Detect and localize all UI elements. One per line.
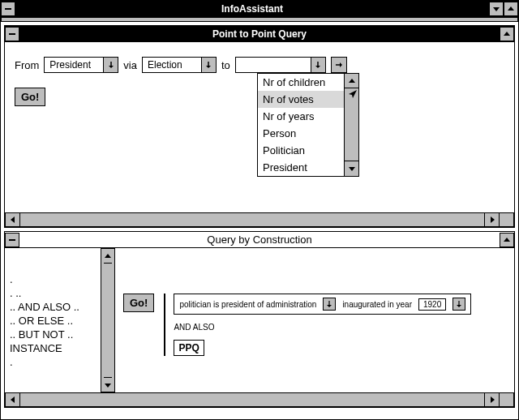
- clause2-dropdown-icon[interactable]: [453, 298, 465, 311]
- qbc-hscroll-left-icon[interactable]: [6, 393, 20, 406]
- svg-marker-6: [109, 66, 114, 68]
- svg-rect-18: [9, 239, 15, 241]
- from-dropdown-icon[interactable]: [103, 58, 118, 72]
- dropdown-item[interactable]: Nr of years: [258, 108, 344, 125]
- svg-marker-19: [504, 238, 510, 242]
- svg-marker-12: [340, 62, 342, 67]
- term-item[interactable]: .: [10, 272, 96, 286]
- qbc-hscroll[interactable]: [5, 392, 514, 407]
- svg-marker-8: [206, 66, 211, 68]
- ptp-window-menu[interactable]: [5, 27, 19, 41]
- svg-marker-13: [349, 79, 355, 83]
- term-item[interactable]: .. AND ALSO ..: [10, 300, 96, 314]
- dropdown-item[interactable]: Politician: [258, 142, 344, 159]
- svg-marker-14: [349, 167, 355, 171]
- to-combo[interactable]: [235, 57, 326, 73]
- hscroll-left-icon[interactable]: [6, 213, 20, 226]
- dropdown-item[interactable]: Nr of children: [258, 74, 344, 91]
- next-arrow-button[interactable]: [331, 57, 347, 73]
- window-menu-button[interactable]: [1, 2, 15, 16]
- app-titlebar: InfoAssistant: [1, 1, 518, 17]
- svg-marker-21: [105, 384, 111, 388]
- term-item[interactable]: . ..: [10, 286, 96, 300]
- via-value: Election: [143, 59, 201, 71]
- maximize-button[interactable]: [504, 2, 518, 16]
- term-item[interactable]: INSTANCE: [10, 341, 96, 355]
- year-value[interactable]: 1920: [418, 298, 446, 311]
- to-label: to: [221, 59, 230, 71]
- dropdown-item[interactable]: Nr of votes: [258, 91, 344, 108]
- app-title: InfoAssistant: [15, 3, 489, 15]
- ptp-titlebar: Point to Point Query: [5, 26, 514, 42]
- svg-rect-0: [5, 8, 11, 10]
- qbc-go-button[interactable]: Go!: [123, 294, 154, 312]
- qbc-sidebar-vscroll[interactable]: [101, 248, 115, 392]
- svg-marker-1: [493, 7, 500, 11]
- dropdown-scrollbar[interactable]: [344, 74, 358, 176]
- from-value: President: [45, 59, 103, 71]
- svg-marker-25: [457, 305, 461, 307]
- svg-marker-16: [11, 216, 15, 223]
- svg-marker-23: [327, 305, 332, 307]
- scroll-up-icon[interactable]: [345, 74, 358, 88]
- svg-marker-26: [11, 396, 15, 403]
- qbc-clause-box: politician is president of administratio…: [174, 294, 471, 315]
- from-label: From: [15, 59, 39, 71]
- qbc-window-menu[interactable]: [5, 233, 19, 247]
- via-dropdown-icon[interactable]: [201, 58, 216, 72]
- svg-rect-3: [9, 33, 15, 35]
- svg-marker-20: [105, 254, 111, 258]
- svg-marker-10: [315, 66, 320, 68]
- ppq-button[interactable]: PPQ: [174, 340, 204, 356]
- ptp-title: Point to Point Query: [19, 28, 500, 40]
- qbc-pane: Query by Construction .. .... AND ALSO .…: [4, 231, 515, 408]
- to-dropdown-icon[interactable]: [311, 58, 325, 72]
- svg-marker-27: [491, 396, 495, 403]
- dropdown-item[interactable]: Person: [258, 125, 344, 142]
- hscroll-right-icon[interactable]: [484, 213, 499, 226]
- minimize-button[interactable]: [489, 2, 504, 16]
- qbc-resize-handle[interactable]: [499, 393, 513, 406]
- clause1-dropdown-icon[interactable]: [323, 298, 336, 311]
- ptp-pane: Point to Point Query From President via …: [4, 25, 515, 228]
- svg-marker-17: [491, 216, 495, 223]
- connector-text: AND ALSO: [174, 323, 471, 332]
- svg-marker-2: [508, 6, 514, 11]
- qbc-hscroll-right-icon[interactable]: [484, 393, 499, 406]
- term-item[interactable]: .: [10, 355, 96, 369]
- dropdown-item[interactable]: President: [258, 159, 344, 176]
- from-combo[interactable]: President: [44, 57, 118, 73]
- qbc-title: Query by Construction: [19, 234, 500, 246]
- svg-marker-4: [504, 32, 510, 36]
- term-item[interactable]: .. OR ELSE ..: [10, 314, 96, 328]
- qbc-terms-list[interactable]: .. .... AND ALSO .... OR ELSE .... BUT N…: [5, 248, 101, 392]
- vscroll-up-icon[interactable]: [104, 249, 112, 264]
- ptp-hscroll[interactable]: [5, 212, 514, 227]
- to-dropdown-list[interactable]: Nr of childrenNr of votesNr of yearsPers…: [257, 73, 359, 177]
- scroll-down-icon[interactable]: [345, 161, 358, 176]
- term-item[interactable]: .. BUT NOT ..: [10, 328, 96, 341]
- ptp-up-button[interactable]: [500, 27, 514, 41]
- ptp-query-row: From President via Election to: [15, 57, 504, 73]
- clause2-text: inaugurated in year: [342, 300, 412, 309]
- qbc-up-button[interactable]: [500, 233, 514, 247]
- vscroll-down-icon[interactable]: [104, 377, 112, 392]
- ptp-resize-handle[interactable]: [499, 213, 513, 226]
- via-combo[interactable]: Election: [142, 57, 217, 73]
- ptp-go-button[interactable]: Go!: [15, 88, 45, 106]
- clause1-text: politician is president of administratio…: [179, 300, 316, 309]
- via-label: via: [123, 59, 137, 71]
